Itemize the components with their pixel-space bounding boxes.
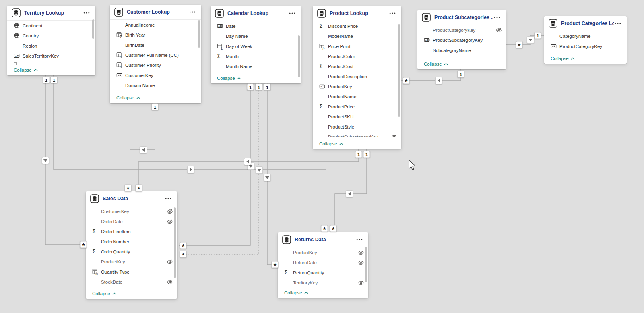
field-row-discount-price[interactable]: ΣDiscount Price: [313, 21, 401, 31]
field-row-domain-name[interactable]: Domain Name: [110, 80, 201, 90]
table-header[interactable]: Product Lookup: [313, 6, 401, 21]
field-row-annualincome[interactable]: AnnualIncome: [110, 20, 201, 30]
field-row-returnquantity[interactable]: ΣReturnQuantity: [278, 267, 368, 278]
more-options-icon[interactable]: [188, 10, 196, 14]
hidden-eye-icon[interactable]: [167, 279, 173, 285]
hidden-eye-icon[interactable]: [167, 218, 173, 225]
model-view-canvas[interactable]: Territory Lookup Continent CountryRegion…: [0, 0, 644, 313]
more-options-icon[interactable]: [288, 12, 296, 15]
collapse-link[interactable]: Collapse: [551, 56, 575, 61]
table-header[interactable]: Product Subcategories ...: [417, 10, 506, 25]
field-row-quantity-type[interactable]: fxQuantity Type: [86, 267, 177, 277]
field-row-orderlineitem[interactable]: ΣOrderLineItem: [86, 226, 177, 236]
hidden-eye-icon[interactable]: [167, 259, 173, 265]
table-card-calendar-lookup[interactable]: Calendar Lookup a DateDay Name ΣDay of W…: [211, 6, 301, 83]
more-options-icon[interactable]: [493, 16, 501, 19]
field-row-customer-full-name-cc-[interactable]: fxCustomer Full Name (CC): [110, 50, 201, 60]
collapse-link[interactable]: Collapse: [424, 62, 448, 66]
vertical-scrollbar[interactable]: [198, 20, 200, 48]
collapse-link[interactable]: Collapse: [284, 290, 308, 295]
table-card-returns-data[interactable]: Returns Data ProductKey ReturnDate ΣRetu…: [278, 232, 368, 298]
field-row-stockdate[interactable]: StockDate: [86, 277, 177, 287]
hidden-eye-icon[interactable]: [358, 280, 364, 286]
field-row-price-point[interactable]: fxPrice Point: [313, 41, 401, 51]
table-card-product-categories[interactable]: Product Categories Loo... CategoryName a…: [544, 16, 627, 64]
field-row-productsubcategorykey[interactable]: ProductSubcategoryKey: [313, 132, 401, 137]
more-options-icon[interactable]: [83, 11, 91, 15]
field-row-continent[interactable]: Continent: [7, 21, 95, 31]
vertical-scrollbar[interactable]: [174, 207, 176, 278]
field-row-salesterritorykey[interactable]: a SalesTerritoryKey: [7, 51, 95, 61]
hidden-eye-icon[interactable]: [391, 134, 397, 137]
field-row-modelname[interactable]: ModelName: [313, 31, 401, 41]
table-header[interactable]: Returns Data: [278, 232, 368, 247]
table-card-product-lookup[interactable]: Product Lookup ΣDiscount PriceModelName …: [313, 6, 401, 149]
table-header[interactable]: Sales Data: [86, 191, 177, 206]
field-row-month[interactable]: ΣMonth: [211, 51, 301, 61]
field-row-categoryname[interactable]: CategoryName: [544, 31, 627, 41]
field-row-productsku[interactable]: ProductSKU: [313, 112, 401, 122]
field-row-fragment[interactable]: [7, 61, 95, 66]
relationship-line-territory-to-sales[interactable]: [45, 75, 83, 245]
more-options-icon[interactable]: [388, 12, 396, 15]
vertical-scrollbar[interactable]: [298, 35, 300, 77]
vertical-scrollbar[interactable]: [398, 24, 400, 117]
field-name: Customer Priority: [125, 63, 197, 68]
table-card-sales-data[interactable]: Sales Data CustomerKey OrderDate ΣOrderL…: [86, 191, 177, 299]
field-row-productstyle[interactable]: ProductStyle: [313, 122, 401, 132]
field-row-orderdate[interactable]: OrderDate: [86, 216, 177, 226]
field-row-productname[interactable]: ProductName: [313, 91, 401, 102]
hidden-eye-icon[interactable]: [358, 249, 364, 256]
collapse-link[interactable]: Collapse: [92, 291, 116, 296]
table-card-territory-lookup[interactable]: Territory Lookup Continent CountryRegion…: [7, 6, 95, 75]
table-header[interactable]: Calendar Lookup: [211, 6, 301, 21]
relationship-line-product-to-returns[interactable]: [335, 149, 367, 230]
field-row-customerkey[interactable]: a CustomerKey: [110, 70, 201, 80]
field-row-returndate[interactable]: ReturnDate: [278, 257, 368, 267]
field-row-ordernumber[interactable]: OrderNumber: [86, 236, 177, 247]
collapse-link[interactable]: Collapse: [319, 141, 343, 146]
table-header[interactable]: Customer Lookup: [110, 5, 201, 20]
collapse-link[interactable]: Collapse: [14, 68, 38, 73]
field-row-productcategorykey[interactable]: ProductCategoryKey: [417, 25, 506, 35]
relationship-line-calendar-to-sales-orderdate[interactable]: [179, 83, 250, 245]
collapse-link[interactable]: Collapse: [217, 76, 241, 81]
field-row-territorykey[interactable]: TerritoryKey: [278, 278, 368, 288]
field-row-customerkey[interactable]: CustomerKey: [86, 206, 177, 216]
vertical-scrollbar[interactable]: [92, 19, 94, 39]
hidden-eye-icon[interactable]: [495, 27, 502, 33]
field-row-customer-priority[interactable]: fxCustomer Priority: [110, 60, 201, 70]
field-row-productcolor[interactable]: ProductColor: [313, 51, 401, 61]
mouse-cursor: [408, 160, 417, 173]
collapse-link[interactable]: Collapse: [116, 95, 140, 100]
field-row-productkey[interactable]: ProductKey: [278, 247, 368, 257]
table-header[interactable]: Territory Lookup: [7, 6, 95, 21]
field-row-productsubcategorykey[interactable]: a ProductSubcategoryKey: [417, 35, 506, 45]
field-row-orderquantity[interactable]: ΣOrderQuantity: [86, 247, 177, 257]
more-options-icon[interactable]: [164, 197, 172, 200]
field-row-productcategorykey[interactable]: a ProductCategoryKey: [544, 41, 627, 51]
more-options-icon[interactable]: [614, 22, 622, 25]
field-row-subcategoryname[interactable]: SubcategoryName: [417, 45, 506, 55]
field-row-region[interactable]: Region: [7, 41, 95, 51]
field-row-productprice[interactable]: ΣProductPrice: [313, 102, 401, 112]
table-card-product-subcategories[interactable]: Product Subcategories ... ProductCategor…: [417, 10, 506, 69]
field-row-month-name[interactable]: Month Name: [211, 61, 301, 71]
vertical-scrollbar[interactable]: [365, 247, 367, 282]
field-row-date[interactable]: a Date: [211, 21, 301, 31]
relationship-line-subcategories-to-product[interactable]: [401, 69, 461, 81]
hidden-eye-icon[interactable]: [358, 259, 364, 266]
hidden-eye-icon[interactable]: [167, 208, 173, 215]
field-row-productdescription[interactable]: ProductDescription: [313, 71, 401, 81]
field-row-birthdate[interactable]: BirthDate: [110, 40, 201, 50]
more-options-icon[interactable]: [355, 238, 363, 241]
field-row-day-of-week[interactable]: ΣDay of Week: [211, 41, 301, 51]
field-row-productcost[interactable]: ΣProductCost: [313, 61, 401, 71]
field-row-birth-year[interactable]: ΣBirth Year: [110, 30, 201, 40]
field-row-country[interactable]: Country: [7, 31, 95, 41]
field-row-day-name[interactable]: Day Name: [211, 31, 301, 41]
table-header[interactable]: Product Categories Loo...: [544, 16, 627, 31]
field-row-productkey[interactable]: a ProductKey: [313, 81, 401, 91]
table-card-customer-lookup[interactable]: Customer Lookup AnnualIncome ΣBirth Year…: [110, 5, 201, 103]
field-row-productkey[interactable]: ProductKey: [86, 257, 177, 267]
